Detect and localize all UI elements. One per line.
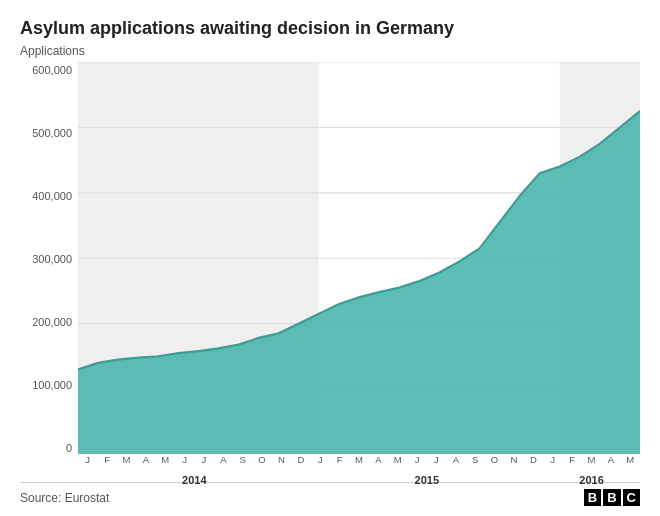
bbc-b1: B (584, 489, 601, 506)
y-tick: 400,000 (32, 190, 72, 202)
x-month-label: A (369, 454, 388, 465)
x-month-label: J (543, 454, 562, 465)
x-month-label: J (194, 454, 213, 465)
x-month-label: D (524, 454, 543, 465)
x-month-label: O (485, 454, 504, 465)
y-tick: 300,000 (32, 253, 72, 265)
x-months: JFMAMJJASONDJFMAMJJASONDJFMAM (78, 454, 640, 472)
chart-svg (78, 62, 640, 454)
x-month-label: S (233, 454, 252, 465)
x-month-label: N (504, 454, 523, 465)
source-text: Source: Eurostat (20, 491, 109, 505)
x-month-label: M (156, 454, 175, 465)
x-month-label: A (446, 454, 465, 465)
x-month-label: N (272, 454, 291, 465)
x-month-label: M (388, 454, 407, 465)
x-month-label: J (427, 454, 446, 465)
x-month-label: F (330, 454, 349, 465)
chart-inner: JFMAMJJASONDJFMAMJJASONDJFMAM 2014201520… (78, 62, 640, 482)
chart-title: Asylum applications awaiting decision in… (20, 18, 640, 40)
x-month-label: A (136, 454, 155, 465)
y-tick: 600,000 (32, 64, 72, 76)
y-axis: 600,000500,000400,000300,000200,000100,0… (20, 62, 78, 482)
chart-svg-container (78, 62, 640, 454)
y-tick: 100,000 (32, 379, 72, 391)
chart-container: Asylum applications awaiting decision in… (0, 0, 660, 516)
x-month-label: M (582, 454, 601, 465)
x-month-label: F (97, 454, 116, 465)
x-month-label: F (562, 454, 581, 465)
y-tick: 0 (66, 442, 72, 454)
y-tick: 200,000 (32, 316, 72, 328)
x-month-label: J (311, 454, 330, 465)
x-month-label: M (621, 454, 640, 465)
y-axis-label: Applications (20, 44, 640, 58)
bbc-b2: B (603, 489, 620, 506)
x-month-label: M (349, 454, 368, 465)
x-month-label: J (78, 454, 97, 465)
x-month-label: J (175, 454, 194, 465)
x-year-label: 2015 (415, 474, 439, 486)
x-month-label: D (291, 454, 310, 465)
bbc-logo: B B C (583, 489, 640, 506)
bbc-c: C (623, 489, 640, 506)
x-month-label: A (601, 454, 620, 465)
x-years: 201420152016 (78, 474, 640, 490)
x-month-label: J (407, 454, 426, 465)
x-year-label: 2016 (579, 474, 603, 486)
x-month-label: O (252, 454, 271, 465)
x-month-label: A (214, 454, 233, 465)
x-month-label: M (117, 454, 136, 465)
x-month-label: S (466, 454, 485, 465)
chart-area: 600,000500,000400,000300,000200,000100,0… (20, 62, 640, 482)
y-tick: 500,000 (32, 127, 72, 139)
x-axis-labels: JFMAMJJASONDJFMAMJJASONDJFMAM 2014201520… (78, 454, 640, 482)
x-year-label: 2014 (182, 474, 206, 486)
